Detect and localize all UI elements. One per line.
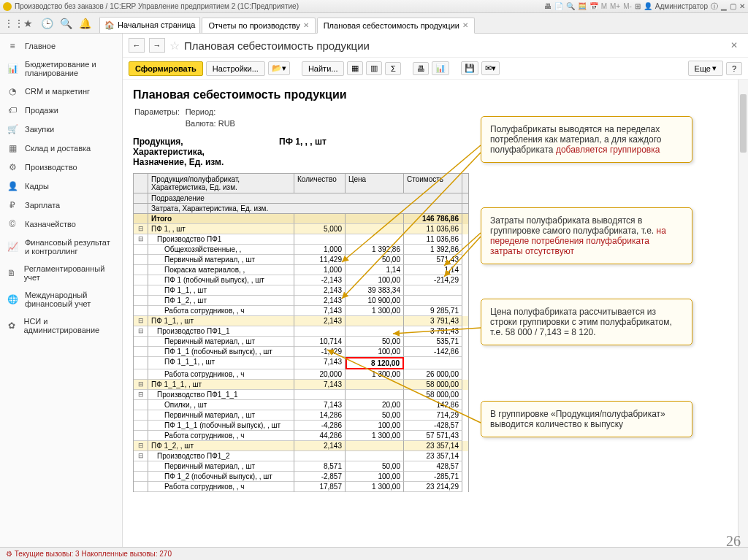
toggle-icon[interactable]: ⊟ [134, 441, 148, 451]
toggle-icon[interactable]: ⊟ [134, 316, 148, 326]
search2-icon[interactable]: 🔍 [60, 18, 72, 29]
forward-button[interactable]: → [149, 38, 165, 53]
scrollbar-thumb[interactable] [740, 94, 747, 153]
expand-button[interactable]: ▦ [347, 61, 363, 75]
tab-home[interactable]: 🏠 Начальная страница [99, 17, 200, 33]
table-row[interactable]: ПФ 1_2 (побочный выпуск), , шт-2,857100,… [133, 472, 469, 482]
table-row[interactable]: Работа сотрудников, , ч17,8571 300,0023 … [133, 482, 469, 492]
tab-reports[interactable]: Отчеты по производству ✕ [202, 18, 315, 33]
toggle-icon[interactable] [134, 296, 148, 306]
star-icon[interactable]: ★ [22, 18, 34, 29]
table-row[interactable]: Опилки, , шт7,14320,00142,86 [133, 400, 469, 410]
toggle-icon[interactable] [134, 461, 148, 472]
toggle-icon[interactable]: ⊟ [134, 390, 148, 400]
toggle-icon[interactable] [134, 306, 148, 316]
m-plus-icon[interactable]: M+ [610, 2, 620, 10]
variants-button[interactable]: 📂▾ [268, 61, 290, 75]
toggle-icon[interactable] [134, 472, 148, 482]
sidebar-item[interactable]: 🗎Регламентированный учет [0, 260, 122, 286]
table-row[interactable]: ПФ 1_1 (побочный выпуск), , шт-1,429100,… [133, 347, 469, 357]
toggle-icon[interactable] [134, 275, 148, 285]
sidebar-item[interactable]: ≡Главное [0, 37, 122, 55]
sum-button[interactable]: Σ [385, 62, 401, 75]
help-button[interactable]: ? [726, 62, 742, 75]
toggle-icon[interactable] [134, 410, 148, 421]
toggle-icon[interactable] [134, 400, 148, 410]
cal-icon[interactable]: 📅 [589, 2, 598, 10]
table-row[interactable]: Первичный материал, , шт14,28650,00714,2… [133, 410, 469, 421]
calc-icon[interactable]: 🧮 [578, 2, 587, 10]
toggle-icon[interactable]: ⊟ [134, 380, 148, 390]
sidebar-item[interactable]: ◔CRM и маркетинг [0, 82, 122, 101]
mail-button[interactable]: ✉▾ [481, 61, 500, 75]
toggle-icon[interactable]: ⊟ [134, 451, 148, 461]
sidebar-item[interactable]: ⚙Производство [0, 158, 122, 177]
toggle-icon[interactable] [134, 285, 148, 296]
table-row[interactable]: ПФ 1_1, , шт2,14339 383,34 [133, 285, 469, 296]
tab-close-icon[interactable]: ✕ [462, 21, 468, 29]
table-row[interactable]: ⊟Производство ПФ1_1_158 000,00 [133, 390, 469, 400]
table-row[interactable]: Работа сотрудников, , ч7,1431 300,009 28… [133, 306, 469, 316]
table-row[interactable]: Общехозяйственные, ,1,0001 392,861 392,8… [133, 245, 469, 255]
table-row[interactable]: ⊟Производство ПФ1_13 791,43 [133, 326, 469, 337]
m-minus-icon[interactable]: M- [623, 2, 632, 10]
back-button[interactable]: ← [129, 38, 145, 53]
sidebar-item[interactable]: 🏷Продажи [0, 101, 122, 120]
sidebar-item[interactable]: ₽Зарплата [0, 196, 122, 215]
table-row[interactable]: Первичный материал, , шт10,71450,00535,7… [133, 337, 469, 347]
table-row[interactable]: ⊟Производство ПФ1_223 357,14 [133, 451, 469, 461]
table-row[interactable]: Работа сотрудников, , ч20,0001 300,0026 … [133, 369, 469, 380]
toggle-icon[interactable] [134, 347, 148, 357]
scrollbar-vertical[interactable] [738, 80, 748, 547]
toggle-icon[interactable] [134, 421, 148, 431]
tab-close-icon[interactable]: ✕ [303, 21, 309, 29]
toggle-icon[interactable] [134, 357, 148, 369]
toggle-icon[interactable] [134, 337, 148, 347]
table-row[interactable]: Первичный материал, , шт11,42950,00571,4… [133, 255, 469, 265]
table-row[interactable]: Первичный материал, , шт8,57150,00428,57 [133, 461, 469, 472]
table-row[interactable]: ПФ 1_1_1, , шт7,1438 120,00 [133, 357, 469, 369]
minimize-icon[interactable]: ▁ [721, 2, 727, 10]
sidebar-item[interactable]: 📊Бюджетирование и планирование [0, 55, 122, 82]
toggle-icon[interactable] [134, 255, 148, 265]
print-button[interactable]: 🖶 [413, 62, 429, 75]
info-icon[interactable]: ⓘ [711, 1, 718, 12]
sidebar-item[interactable]: ▦Склад и доставка [0, 139, 122, 158]
toggle-icon[interactable] [134, 482, 148, 492]
table-row[interactable]: ПФ 1_1_1 (побочный выпуск), , шт-4,28610… [133, 421, 469, 431]
sidebar-item[interactable]: 📈Финансовый результат и контроллинг [0, 234, 122, 260]
m-icon[interactable]: M [601, 2, 607, 10]
table-row[interactable]: ПФ 1 (побочный выпуск), , шт-2,143100,00… [133, 275, 469, 285]
toggle-icon[interactable] [134, 431, 148, 441]
tab-cost[interactable]: Плановая себестоимость продукции ✕ [317, 18, 475, 34]
settings-button[interactable]: Настройки... [206, 61, 265, 76]
file-icon[interactable]: 📄 [554, 2, 563, 10]
more-button[interactable]: Еще ▾ [688, 61, 723, 76]
toggle-icon[interactable]: ⊟ [134, 224, 148, 234]
print-icon[interactable]: 🖶 [544, 2, 552, 10]
table-row[interactable]: ⊟ПФ 1_2, , шт2,14323 357,14 [133, 441, 469, 451]
fav-icon[interactable]: ⊞ [635, 2, 641, 10]
chart-button[interactable]: 📊 [432, 61, 449, 75]
close-icon[interactable]: ✕ [739, 2, 745, 10]
restore-icon[interactable]: ▢ [730, 2, 736, 10]
table-row[interactable]: ПФ 1_2, , шт2,14310 900,00 [133, 296, 469, 306]
user-icon[interactable]: 👤 [644, 2, 652, 10]
toggle-icon[interactable] [134, 265, 148, 275]
table-row[interactable]: ⊟ПФ 1_1, , шт2,1433 791,43 [133, 316, 469, 326]
table-row[interactable]: ⊟ПФ 1_1_1, , шт7,14358 000,00 [133, 380, 469, 390]
close-page-button[interactable]: ✕ [726, 39, 742, 52]
toggle-icon[interactable] [134, 369, 148, 380]
table-row[interactable]: Итого146 786,86 [133, 214, 469, 224]
sidebar-item[interactable]: 🌐Международный финансовый учет [0, 286, 122, 312]
table-row[interactable]: ⊟ПФ 1, , шт5,00011 036,86 [133, 224, 469, 234]
toggle-icon[interactable]: ⊟ [134, 234, 148, 245]
toggle-icon[interactable]: ⊟ [134, 326, 148, 337]
apps-icon[interactable]: ⋮⋮⋮ [3, 18, 15, 29]
toggle-icon[interactable] [134, 245, 148, 255]
sidebar-item[interactable]: ©Казначейство [0, 215, 122, 234]
find-button[interactable]: Найти... [302, 61, 345, 76]
table-row[interactable]: Покраска материалов, ,1,0001,141,14 [133, 265, 469, 275]
save-button[interactable]: 💾 [461, 61, 478, 75]
favorite-icon[interactable]: ☆ [169, 39, 180, 53]
